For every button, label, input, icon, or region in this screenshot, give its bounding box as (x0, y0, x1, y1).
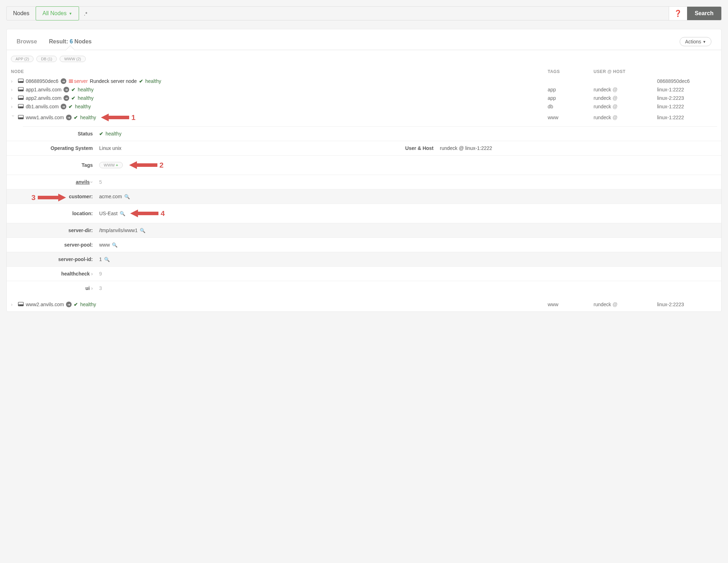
plus-icon[interactable]: + (116, 163, 118, 167)
tag-chip-row: APP (2) DB (1) WWW (2) (7, 50, 721, 66)
node-user: rundeck @ (594, 302, 657, 307)
node-user: rundeck @ (594, 87, 657, 92)
run-icon[interactable]: ➔ (61, 104, 66, 109)
anvils-link[interactable]: anvils (76, 179, 90, 185)
node-name: 08688950dec6 (26, 78, 59, 84)
svg-point-8 (19, 98, 19, 99)
columns-header: NODE TAGS USER @ HOST (7, 66, 721, 77)
detail-ui-row[interactable]: ui› 3 (7, 281, 721, 295)
chevron-right-icon: › (11, 104, 16, 109)
os-label: Operating System (11, 145, 99, 151)
svg-point-5 (19, 90, 19, 90)
node-row[interactable]: › app1.anvils.com ➔ ✔ healthy app rundec… (7, 85, 721, 94)
tab-browse[interactable]: Browse (17, 37, 37, 50)
search-icon[interactable]: 🔍 (112, 242, 118, 248)
col-node: NODE (11, 69, 548, 74)
server-badge-text: server (74, 78, 88, 84)
node-tags: db (548, 104, 594, 109)
search-icon[interactable]: 🔍 (120, 211, 125, 216)
health-status: healthy (80, 302, 96, 307)
run-icon[interactable]: ➔ (66, 115, 72, 120)
check-icon: ✔ (74, 302, 78, 307)
node-name: www2.anvils.com (26, 302, 64, 307)
node-name: www1.anvils.com (26, 115, 64, 120)
result-prefix: Result: (49, 38, 70, 44)
chip-www[interactable]: WWW (2) (60, 56, 86, 62)
search-icon[interactable]: 🔍 (140, 228, 145, 233)
chevron-right-icon: › (91, 285, 93, 291)
svg-marker-18 (130, 210, 158, 217)
node-description: Rundeck server node (90, 78, 137, 84)
tags-label: Tags (11, 162, 99, 168)
serverdir-label: server-dir: (11, 228, 99, 233)
node-row-expanded[interactable]: › www1.anvils.com ➔ ✔ healthy 1 www rund… (7, 111, 721, 124)
run-icon[interactable]: ➔ (64, 87, 69, 92)
ui-label: ui (85, 285, 90, 291)
location-value: US-East (99, 211, 118, 216)
node-user: rundeck @ (594, 104, 657, 109)
serverpool-label: server-pool: (11, 242, 99, 248)
detail-location-row: location: US-East🔍 4 (7, 204, 721, 223)
node-host: linux-2:2223 (657, 95, 717, 101)
nodes-breadcrumb[interactable]: Nodes (7, 7, 36, 20)
node-row[interactable]: › db1.anvils.com ➔ ✔ healthy db rundeck … (7, 102, 721, 111)
node-row[interactable]: › www2.anvils.com ➔ ✔ healthy www rundec… (7, 300, 721, 309)
search-icon[interactable]: 🔍 (124, 194, 130, 199)
serverpoolid-label: server-pool-id: (11, 256, 99, 262)
svg-point-11 (19, 107, 19, 107)
userhost-label: User & Host (377, 145, 440, 151)
col-user: USER @ HOST (594, 69, 717, 74)
location-label: location: (11, 211, 99, 216)
annotation-arrow-4: 4 (130, 208, 165, 219)
detail-status-row: Status ✔healthy (7, 127, 721, 141)
node-host: linux-1:2222 (657, 115, 717, 120)
health-status: healthy (145, 78, 161, 84)
node-name: app1.anvils.com (26, 87, 61, 92)
detail-serverdir-row: server-dir: /tmp/anvils/www1🔍 (7, 223, 721, 237)
search-button[interactable]: Search (687, 7, 721, 20)
results-card: Browse Result: 6 Nodes Actions ▼ APP (2)… (6, 29, 722, 312)
chevron-down-icon: › (89, 181, 95, 183)
actions-label: Actions (685, 39, 701, 44)
detail-tags-row: Tags WWW + 2 (7, 155, 721, 175)
detail-anvils-row[interactable]: anvils› 5 (7, 175, 721, 189)
tag-chip[interactable]: WWW + (99, 162, 123, 168)
chevron-right-icon: › (11, 95, 16, 101)
node-host: linux-2:2223 (657, 302, 717, 307)
result-suffix: Nodes (73, 38, 91, 44)
tag-chip-text: WWW (104, 163, 115, 167)
hdd-icon (18, 78, 24, 84)
svg-point-21 (19, 305, 19, 305)
hdd-icon (18, 104, 24, 109)
annotation-arrow-1: 1 (101, 112, 136, 123)
chip-db[interactable]: DB (1) (36, 56, 57, 62)
node-filter-bar: Nodes All Nodes ▼ ❓ Search (6, 6, 722, 20)
svg-marker-16 (129, 161, 157, 169)
userhost-value: rundeck @ linux-1:2222 (440, 145, 717, 151)
healthcheck-label: healthcheck (61, 271, 90, 277)
run-icon[interactable]: ➔ (61, 78, 66, 84)
all-nodes-dropdown[interactable]: All Nodes ▼ (36, 6, 79, 20)
search-icon[interactable]: 🔍 (104, 257, 110, 262)
caret-down-icon: ▼ (703, 40, 706, 44)
node-row[interactable]: › app2.anvils.com ➔ ✔ healthy app rundec… (7, 94, 721, 102)
caret-down-icon: ▼ (69, 12, 72, 16)
node-row[interactable]: › 08688950dec6 ➔ server Rundeck server n… (7, 77, 721, 85)
detail-healthcheck-row[interactable]: healthcheck› 9 (7, 266, 721, 281)
node-tags: www (548, 115, 594, 120)
health-status: healthy (78, 87, 94, 92)
detail-customer-row: customer: acme.com🔍 3 (7, 189, 721, 204)
actions-dropdown[interactable]: Actions ▼ (680, 37, 711, 46)
ui-count: 3 (99, 285, 717, 291)
chip-app[interactable]: APP (2) (11, 56, 34, 62)
help-button[interactable]: ❓ (669, 7, 687, 20)
run-icon[interactable]: ➔ (64, 95, 69, 101)
health-status: healthy (75, 104, 91, 109)
node-query-input[interactable] (79, 7, 669, 20)
serverpool-value: www (99, 242, 110, 248)
tab-result[interactable]: Result: 6 Nodes (49, 37, 92, 50)
check-icon: ✔ (74, 115, 78, 120)
svg-marker-15 (101, 114, 129, 121)
check-icon: ✔ (139, 78, 143, 84)
run-icon[interactable]: ➔ (66, 302, 72, 307)
